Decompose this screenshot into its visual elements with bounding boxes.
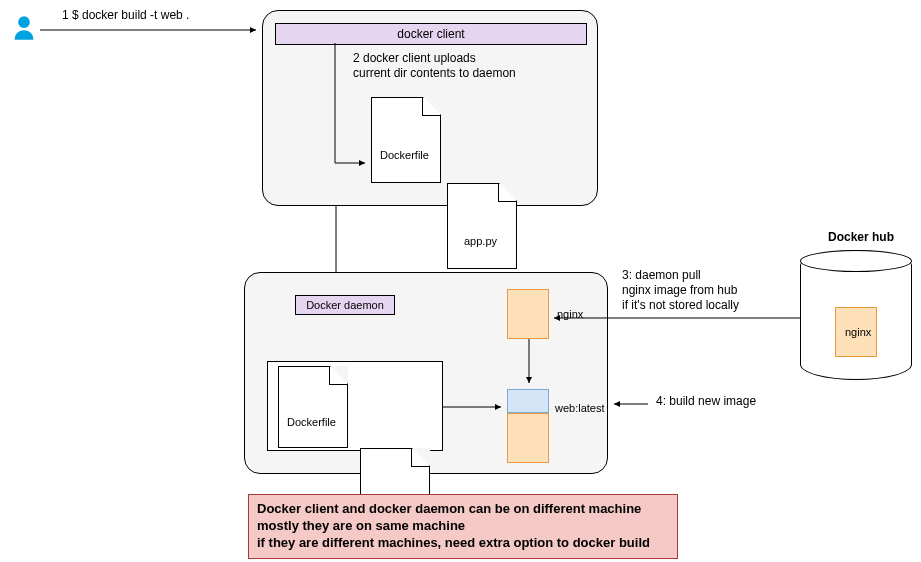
step2-line1: 2 docker client uploads bbox=[353, 51, 476, 67]
file-apppy: app.py bbox=[447, 183, 517, 269]
note-box: Docker client and docker daemon can be o… bbox=[248, 494, 678, 559]
daemon-file-dockerfile-label: Dockerfile bbox=[287, 415, 336, 429]
note-line1: Docker client and docker daemon can be o… bbox=[257, 501, 669, 518]
step3-line1: 3: daemon pull bbox=[622, 268, 701, 284]
arrow-user-to-client bbox=[40, 26, 262, 36]
user-icon bbox=[10, 14, 38, 42]
step3-line3: if it's not stored locally bbox=[622, 298, 739, 314]
file-dockerfile: Dockerfile bbox=[371, 97, 441, 183]
daemon-file-dockerfile: Dockerfile bbox=[278, 366, 348, 448]
daemon-nginx-label: nginx bbox=[557, 307, 583, 321]
docker-daemon-container: Docker daemon Dockerfile app.py nginx we… bbox=[244, 272, 608, 474]
daemon-nginx-image bbox=[507, 289, 549, 339]
docker-daemon-label: Docker daemon bbox=[295, 295, 395, 315]
docker-hub-title: Docker hub bbox=[828, 230, 894, 246]
step1-label: 1 $ docker build -t web . bbox=[62, 8, 189, 24]
note-line3: if they are different machines, need ext… bbox=[257, 535, 669, 552]
hub-nginx-label: nginx bbox=[845, 325, 871, 339]
weblatest-top bbox=[507, 389, 549, 413]
step2-line2: current dir contents to daemon bbox=[353, 66, 516, 82]
docker-client-label: docker client bbox=[275, 23, 587, 45]
note-line2: mostly they are on same machine bbox=[257, 518, 669, 535]
docker-client-container: docker client 2 docker client uploads cu… bbox=[262, 10, 598, 206]
docker-hub-cylinder: nginx bbox=[800, 250, 912, 380]
arrow-files-to-web bbox=[443, 403, 507, 413]
arrow-nginx-to-web bbox=[525, 339, 535, 389]
svg-point-0 bbox=[18, 16, 30, 28]
weblatest-label: web:latest bbox=[555, 401, 605, 415]
arrow-step4 bbox=[608, 400, 650, 410]
daemon-files-group: Dockerfile app.py bbox=[267, 361, 443, 451]
step4-label: 4: build new image bbox=[656, 394, 756, 410]
step3-line2: nginx image from hub bbox=[622, 283, 737, 299]
file-dockerfile-label: Dockerfile bbox=[380, 148, 429, 162]
file-apppy-label: app.py bbox=[464, 234, 497, 248]
weblatest-bottom bbox=[507, 413, 549, 463]
